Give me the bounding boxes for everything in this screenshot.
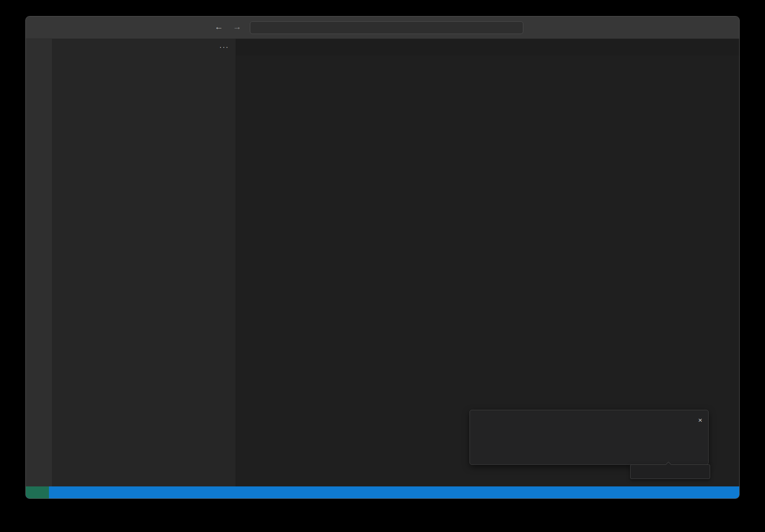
view-results-tooltip (630, 464, 710, 479)
close-window-button[interactable] (33, 25, 39, 30)
activity-bar (26, 39, 52, 486)
copilot-menu-button[interactable] (531, 22, 545, 30)
history-back-button[interactable]: ← (214, 22, 223, 32)
notification-toast: × (470, 410, 709, 465)
title-bar: ← → (26, 16, 739, 39)
notification-message (487, 416, 659, 424)
history-forward-button[interactable]: → (233, 22, 241, 32)
command-center-search[interactable] (250, 21, 523, 34)
status-bar (26, 486, 739, 498)
tab-bar (236, 39, 739, 56)
notification-settings-gear-icon[interactable] (685, 416, 692, 423)
search-input[interactable] (380, 24, 402, 31)
sidebar-more-actions-icon[interactable]: ··· (219, 43, 229, 51)
overview-ruler[interactable] (733, 56, 739, 486)
window-controls (33, 25, 60, 30)
copilot-icon (531, 22, 539, 30)
maximize-window-button[interactable] (54, 25, 60, 30)
git-blame-annotation (236, 68, 739, 77)
notification-close-icon[interactable]: × (698, 416, 702, 424)
breadcrumb[interactable] (236, 56, 739, 68)
info-icon (476, 417, 483, 424)
chevron-down-icon (541, 24, 545, 28)
search-icon (371, 25, 377, 31)
minimize-window-button[interactable] (44, 25, 49, 30)
remote-indicator[interactable] (26, 486, 49, 498)
sidebar-nx-console: ··· (52, 39, 236, 486)
